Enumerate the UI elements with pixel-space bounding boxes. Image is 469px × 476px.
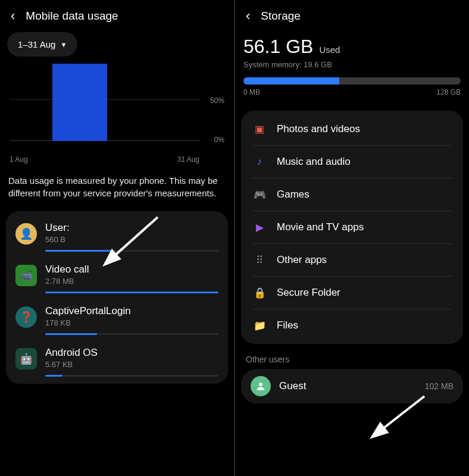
date-range-chip[interactable]: 1–31 Aug ▼	[7, 32, 77, 57]
category-label: Movie and TV apps	[277, 221, 364, 233]
storage-category-row[interactable]: 🔒 Secure Folder	[252, 277, 452, 309]
app-usage-bar-fill	[45, 292, 218, 293]
storage-bar-min: 0 MB	[243, 88, 260, 96]
category-icon: 🎮	[253, 188, 266, 201]
storage-used-label: Used	[319, 45, 340, 55]
header-right: ‹ Storage	[241, 5, 463, 32]
chart-bar	[52, 64, 107, 141]
category-icon: ♪	[253, 155, 266, 168]
category-label: Secure Folder	[277, 287, 340, 299]
storage-category-row[interactable]: 📁 Files	[252, 309, 452, 342]
back-icon[interactable]: ‹	[243, 8, 252, 24]
app-name-label: CaptivePortalLogin	[45, 305, 218, 317]
app-usage-row[interactable]: 👤 User: 560 B	[14, 215, 220, 256]
storage-category-row[interactable]: ▣ Photos and videos	[252, 113, 452, 146]
guest-user-row[interactable]: Guest 102 MB	[241, 369, 463, 403]
person-icon	[251, 376, 271, 396]
app-name-label: Android OS	[45, 347, 218, 359]
storage-pane: ‹ Storage 56.1 GB Used System memory: 19…	[235, 0, 469, 476]
storage-category-row[interactable]: ▶ Movie and TV apps	[252, 211, 452, 244]
guest-label: Guest	[279, 380, 306, 392]
app-usage-bar	[45, 292, 218, 293]
app-info: CaptivePortalLogin 178 KB	[45, 305, 218, 335]
app-icon: 🤖	[15, 348, 37, 369]
app-usage-row[interactable]: 📹 Video call 2.78 MB	[14, 256, 220, 298]
mobile-data-usage-pane: ‹ Mobile data usage 1–31 Aug ▼ 50% 0% 1 …	[0, 0, 235, 476]
app-usage-list: 👤 User: 560 B 📹 Video call 2.78 MB ❓ Cap…	[6, 211, 228, 384]
back-icon[interactable]: ‹	[8, 8, 17, 24]
y-tick-0: 0%	[214, 136, 224, 144]
svg-point-1	[259, 383, 262, 386]
storage-bar-labels: 0 MB 128 GB	[243, 88, 461, 96]
app-size-label: 560 B	[45, 235, 218, 244]
chevron-down-icon: ▼	[60, 41, 67, 48]
storage-bar	[243, 77, 461, 84]
x-axis-labels: 1 Aug 31 Aug	[10, 155, 224, 164]
header-left: ‹ Mobile data usage	[6, 5, 228, 32]
app-icon: 📹	[15, 265, 37, 286]
category-icon: 📁	[253, 319, 266, 332]
category-icon: 🔒	[253, 286, 266, 299]
date-range-text: 1–31 Aug	[18, 39, 55, 49]
storage-bar-max: 128 GB	[436, 88, 461, 96]
y-tick-50: 50%	[210, 96, 224, 105]
app-icon: ❓	[15, 306, 37, 328]
x-end: 31 Aug	[177, 155, 199, 164]
page-title-left: Mobile data usage	[26, 10, 118, 23]
app-size-label: 2.78 MB	[45, 277, 218, 286]
category-icon: ⠿	[253, 253, 266, 267]
app-name-label: User:	[45, 222, 218, 234]
other-users-header: Other users	[241, 344, 463, 369]
category-label: Other apps	[277, 254, 327, 266]
category-icon: ▶	[253, 221, 266, 234]
category-label: Files	[277, 320, 298, 331]
app-usage-row[interactable]: ❓ CaptivePortalLogin 178 KB	[14, 298, 220, 340]
measurement-note: Data usage is measured by your phone. Th…	[6, 167, 228, 208]
storage-category-list: ▣ Photos and videos ♪ Music and audio 🎮 …	[241, 111, 463, 344]
storage-category-row[interactable]: ♪ Music and audio	[252, 146, 452, 178]
app-usage-bar	[45, 375, 218, 377]
app-info: Video call 2.78 MB	[45, 264, 218, 293]
x-start: 1 Aug	[10, 155, 28, 164]
system-memory-text: System memory: 19.6 GB	[243, 60, 461, 69]
category-label: Music and audio	[277, 156, 351, 168]
storage-used-value: 56.1 GB	[243, 36, 313, 58]
page-title-right: Storage	[261, 10, 301, 23]
app-icon: 👤	[15, 223, 37, 245]
category-icon: ▣	[253, 123, 266, 136]
app-name-label: Video call	[45, 264, 218, 275]
storage-summary: 56.1 GB Used System memory: 19.6 GB 0 MB…	[241, 32, 463, 99]
guest-size: 102 MB	[425, 381, 454, 391]
app-size-label: 178 KB	[45, 318, 218, 327]
app-info: Android OS 5.67 KB	[45, 347, 218, 377]
data-usage-chart: 50% 0% 1 Aug 31 Aug	[6, 59, 228, 167]
category-label: Photos and videos	[277, 123, 360, 135]
app-usage-bar	[45, 333, 218, 335]
app-usage-bar-fill	[45, 333, 97, 335]
category-label: Games	[277, 189, 309, 201]
app-usage-bar	[45, 250, 218, 252]
storage-bar-fill	[243, 77, 339, 84]
app-usage-row[interactable]: 🤖 Android OS 5.67 KB	[14, 340, 220, 381]
app-size-label: 5.67 KB	[45, 360, 218, 369]
storage-category-row[interactable]: ⠿ Other apps	[252, 244, 452, 277]
app-info: User: 560 B	[45, 222, 218, 252]
app-usage-bar-fill	[45, 250, 111, 252]
storage-category-row[interactable]: 🎮 Games	[252, 178, 452, 211]
app-usage-bar-fill	[45, 375, 62, 377]
